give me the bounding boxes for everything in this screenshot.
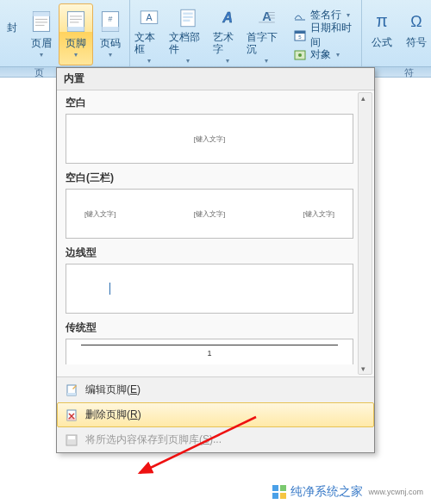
ribbon-footer-button[interactable]: 页脚 ▾ — [59, 3, 93, 65]
ribbon: 封 页眉 ▾ 页脚 ▾ # 页码 ▾ A — [0, 0, 431, 67]
ribbon-formula-button[interactable]: π 公式 — [362, 3, 400, 65]
svg-point-30 — [298, 53, 302, 57]
symbol-icon: Ω — [403, 7, 430, 34]
ribbon-object-button[interactable]: 对象▾ — [293, 47, 358, 64]
dropdown-header: 内置 — [57, 68, 374, 90]
datetime-icon: 5 — [293, 28, 307, 42]
chevron-down-icon: ▾ — [186, 57, 190, 65]
style-preview: [键入文字] [键入文字] [键入文字] — [66, 189, 353, 239]
footer-dropdown: 内置 空白 [键入文字] 空白(三栏) [键入文字] [键入文字] [键入文字]… — [56, 67, 375, 453]
style-title: 空白(三栏) — [66, 171, 353, 185]
header-label: 页眉 — [31, 37, 52, 49]
remove-icon — [65, 408, 78, 422]
pagenum-label: 页码 — [100, 37, 121, 49]
formula-icon: π — [368, 7, 396, 34]
svg-rect-16 — [184, 12, 193, 14]
preview-placeholder: [键入文字] — [193, 208, 226, 220]
svg-rect-17 — [184, 16, 193, 17]
watermark-logo-icon — [272, 484, 287, 500]
svg-rect-34 — [67, 393, 76, 395]
preview-placeholder: [键入文字] — [303, 208, 335, 220]
ribbon-cover-button[interactable]: 封 — [0, 0, 24, 66]
textbox-label: 文本框 — [134, 31, 164, 55]
ribbon-header-button[interactable]: 页眉 ▾ — [24, 3, 59, 65]
chevron-down-icon: ▾ — [226, 57, 229, 65]
edit-footer-menuitem[interactable]: 编辑页脚(E) — [57, 377, 374, 402]
ribbon-dropcap-button[interactable]: A 首字下沉 ▾ — [244, 3, 288, 65]
ribbon-textbox-button[interactable]: A 文本框 ▾ — [130, 3, 166, 65]
save-footer-menuitem: 将所选内容保存到页脚库(S)... — [57, 427, 374, 452]
divider — [81, 345, 339, 345]
dropdown-gallery: 空白 [键入文字] 空白(三栏) [键入文字] [键入文字] [键入文字] 边线… — [57, 90, 374, 376]
chevron-down-icon: ▾ — [40, 51, 43, 59]
cover-label: 封 — [7, 21, 17, 35]
svg-rect-45 — [280, 493, 286, 499]
svg-text:Ω: Ω — [410, 12, 422, 29]
save-icon — [65, 433, 78, 447]
docparts-icon — [174, 7, 202, 29]
scrollbar[interactable] — [358, 92, 372, 375]
chevron-down-icon: ▾ — [265, 57, 268, 65]
ribbon-pagenum-button[interactable]: # 页码 ▾ — [93, 3, 128, 65]
svg-rect-1 — [34, 11, 50, 16]
ribbon-wordart-button[interactable]: A 艺术字 ▾ — [210, 3, 245, 65]
watermark-sub: www.ycwnj.com — [368, 488, 423, 496]
object-label: 对象 — [310, 47, 331, 62]
svg-rect-6 — [68, 27, 84, 31]
svg-rect-40 — [68, 436, 75, 439]
svg-rect-42 — [272, 485, 278, 491]
style-preview: 1 — [66, 339, 353, 364]
footer-style-traditional[interactable]: 传统型 1 — [66, 320, 353, 364]
svg-rect-43 — [280, 485, 286, 491]
textbox-icon: A — [135, 7, 163, 29]
ribbon-docparts-button[interactable]: 文档部件 ▾ — [166, 3, 210, 65]
remove-footer-menuitem[interactable]: 删除页脚(R) — [57, 402, 374, 427]
footer-style-blank[interactable]: 空白 [键入文字] — [66, 96, 353, 164]
svg-rect-44 — [272, 493, 278, 499]
preview-placeholder: [键入文字] — [193, 134, 226, 145]
wordart-label: 艺术字 — [213, 31, 242, 55]
ribbon-small-group: 签名行▾ 5 日期和时间 对象▾ — [288, 3, 361, 64]
remove-footer-label: 删除页脚(R) — [85, 408, 141, 422]
style-title: 边线型 — [66, 246, 353, 260]
header-icon — [28, 8, 55, 35]
footer-style-blank3[interactable]: 空白(三栏) [键入文字] [键入文字] [键入文字] — [66, 171, 353, 239]
object-icon — [293, 48, 307, 62]
svg-rect-18 — [184, 19, 191, 21]
edit-icon — [65, 383, 78, 397]
cursor-icon — [109, 283, 110, 295]
svg-text:#: # — [109, 15, 113, 23]
chevron-down-icon: ▾ — [147, 57, 151, 65]
preview-placeholder: [键入文字] — [84, 208, 116, 220]
ribbon-datetime-button[interactable]: 5 日期和时间 — [293, 27, 358, 44]
formula-label: 公式 — [372, 36, 392, 48]
svg-text:π: π — [376, 10, 387, 29]
watermark-text: 纯净系统之家 — [290, 484, 363, 500]
footer-style-line[interactable]: 边线型 — [66, 246, 353, 314]
footer-icon — [62, 8, 90, 35]
dropcap-icon: A — [253, 7, 280, 29]
dropcap-label: 首字下沉 — [247, 31, 285, 55]
preview-pagenum: 1 — [207, 349, 211, 358]
docparts-label: 文档部件 — [169, 31, 208, 55]
svg-rect-12 — [103, 27, 119, 31]
footer-label: 页脚 — [66, 37, 86, 49]
style-preview — [66, 264, 353, 314]
style-title: 空白 — [66, 96, 353, 110]
signature-icon — [293, 9, 307, 22]
ribbon-group-label-3: 符 — [404, 66, 414, 79]
chevron-down-icon: ▾ — [109, 51, 112, 59]
chevron-down-icon: ▾ — [74, 51, 78, 59]
dropdown-footer: 编辑页脚(E) 删除页脚(R) 将所选内容保存到页脚库(S)... — [57, 376, 374, 452]
svg-text:A: A — [147, 12, 153, 22]
svg-text:A: A — [262, 9, 272, 23]
svg-text:A: A — [222, 9, 233, 24]
watermark: 纯净系统之家 www.ycwnj.com — [269, 483, 426, 501]
svg-rect-27 — [295, 31, 305, 34]
pagenum-icon: # — [97, 8, 124, 35]
ribbon-symbol-button[interactable]: Ω 符号 — [400, 3, 431, 65]
datetime-label: 日期和时间 — [310, 21, 358, 50]
wordart-icon: A — [214, 7, 241, 29]
symbol-label: 符号 — [406, 36, 427, 48]
style-preview: [键入文字] — [66, 114, 353, 164]
